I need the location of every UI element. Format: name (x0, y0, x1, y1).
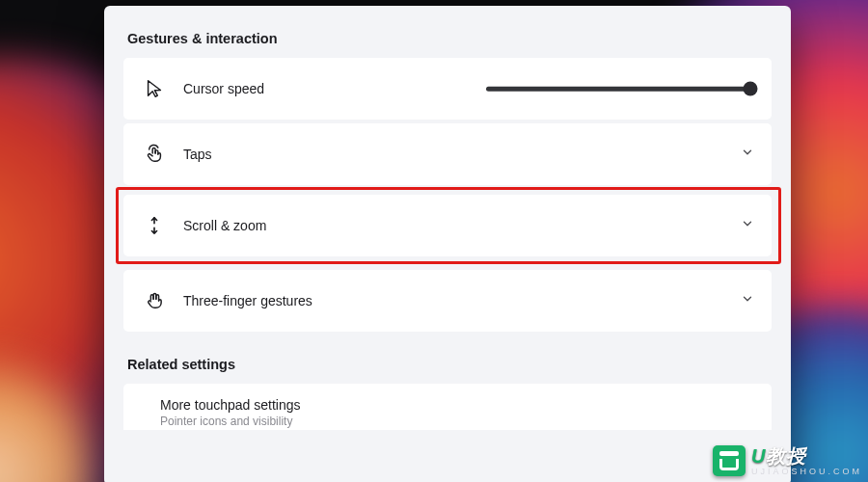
row-label: Three-finger gestures (183, 293, 312, 308)
slider-thumb[interactable] (744, 82, 758, 96)
tap-icon (139, 144, 170, 165)
row-label: Scroll & zoom (183, 218, 266, 233)
section-title-related: Related settings (127, 357, 768, 372)
more-touchpad-primary: More touchpad settings (160, 397, 754, 413)
scroll-zoom-icon (139, 215, 170, 236)
row-more-touchpad-settings[interactable]: More touchpad settings Pointer icons and… (123, 384, 772, 430)
more-touchpad-secondary: Pointer icons and visibility (160, 415, 754, 428)
row-three-finger[interactable]: Three-finger gestures (123, 270, 772, 332)
three-finger-icon (139, 290, 170, 311)
bottom-fade (104, 475, 791, 482)
chevron-down-icon (741, 292, 754, 309)
row-scroll-zoom[interactable]: Scroll & zoom (123, 195, 772, 256)
cursor-icon (139, 78, 170, 99)
row-taps[interactable]: Taps (123, 123, 772, 185)
row-label: Taps (183, 147, 212, 162)
chevron-down-icon (741, 217, 754, 234)
chevron-down-icon (741, 146, 754, 163)
cursor-speed-slider[interactable] (486, 74, 752, 103)
settings-window: Gestures & interaction Cursor speed Taps (104, 6, 791, 482)
row-label: Cursor speed (183, 81, 264, 96)
row-cursor-speed[interactable]: Cursor speed (123, 58, 772, 120)
highlight-wrap: Scroll & zoom (123, 195, 772, 256)
slider-track (486, 87, 752, 92)
section-title-gestures: Gestures & interaction (127, 31, 768, 46)
